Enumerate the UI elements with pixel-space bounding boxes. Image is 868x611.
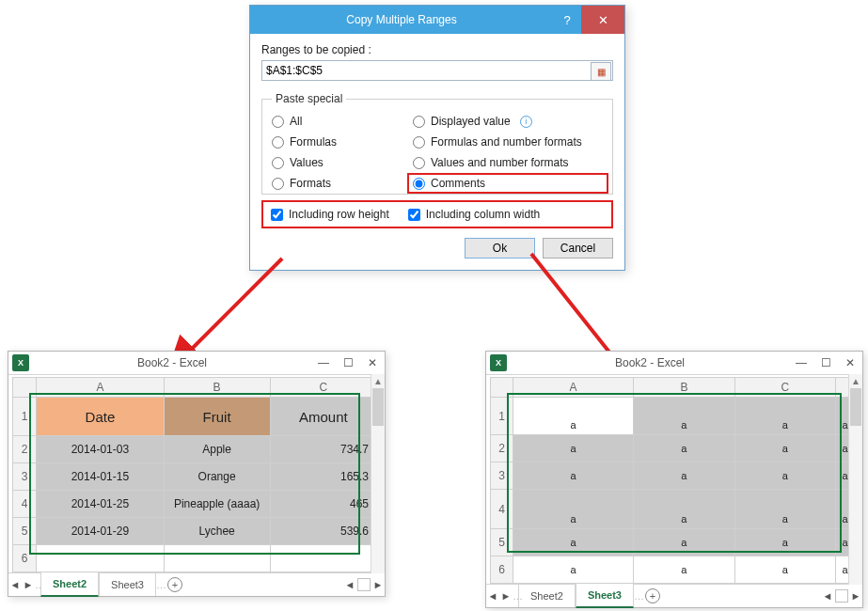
hscroll-left[interactable]: ◄ <box>821 585 834 607</box>
close-window-button[interactable]: ✕ <box>360 352 385 374</box>
range-picker-button[interactable]: ▦ <box>591 62 611 81</box>
row-header-6[interactable]: 6 <box>13 545 37 572</box>
radio-displayed-input[interactable] <box>413 116 425 128</box>
check-row-height-input[interactable] <box>271 209 283 221</box>
tab-nav-next[interactable]: ► <box>22 573 35 596</box>
hscroll-right[interactable]: ► <box>371 573 385 596</box>
new-sheet-button[interactable]: + <box>167 577 182 592</box>
col-header-B[interactable]: B <box>164 378 270 398</box>
cell-B1[interactable]: a <box>634 398 734 435</box>
row-header-4[interactable]: 4 <box>491 490 513 529</box>
cell-B2[interactable]: a <box>634 435 734 462</box>
row-header-2[interactable]: 2 <box>13 436 37 463</box>
cell-C2[interactable]: 734.7 <box>270 436 376 463</box>
cell-A3[interactable]: a <box>513 462 633 490</box>
cell-A6[interactable]: a <box>513 556 633 584</box>
check-column-width-input[interactable] <box>408 209 420 221</box>
tab-nav-prev[interactable]: ◄ <box>8 573 22 596</box>
sheet-tab-sheet3[interactable]: Sheet3 <box>99 573 156 596</box>
radio-comments[interactable]: Comments <box>413 177 485 190</box>
col-header-A[interactable]: A <box>37 378 164 398</box>
sheet-tab-sheet2[interactable]: Sheet2 <box>40 572 99 597</box>
cell-B3[interactable]: a <box>634 462 734 490</box>
cell-C3[interactable]: 165.3 <box>270 463 376 491</box>
ok-button[interactable]: Ok <box>465 238 535 258</box>
radio-comments-input[interactable] <box>413 178 425 190</box>
cell-B5[interactable]: Lychee <box>164 518 270 545</box>
sheet-tab-sheet3[interactable]: Sheet3 <box>576 584 634 608</box>
hscroll-left[interactable]: ◄ <box>343 573 356 596</box>
cell-grid[interactable]: A B C 1 a a a a 2 a a a a 3 a <box>490 377 855 584</box>
cell-B6[interactable] <box>164 545 270 572</box>
cell-A4[interactable]: a <box>513 490 633 529</box>
radio-formulas-and-formats[interactable]: Formulas and number formats <box>413 135 603 149</box>
row-header-3[interactable]: 3 <box>491 462 513 490</box>
hscroll-thumb[interactable] <box>357 578 371 591</box>
cell-A2[interactable]: a <box>513 435 633 462</box>
help-button[interactable]: ? <box>553 6 581 34</box>
row-header-5[interactable]: 5 <box>13 518 37 545</box>
hscroll-right[interactable]: ► <box>849 585 862 607</box>
cell-A1[interactable]: Date <box>37 398 164 436</box>
cell-B1[interactable]: Fruit <box>164 398 270 436</box>
select-all-corner[interactable] <box>491 378 513 398</box>
cell-C4[interactable]: a <box>734 490 835 529</box>
check-column-width[interactable]: Including column width <box>408 208 540 221</box>
radio-values-fmt-input[interactable] <box>413 157 425 169</box>
cell-C6[interactable] <box>270 545 376 572</box>
scroll-thumb[interactable] <box>372 388 384 426</box>
cell-A5[interactable]: 2014-01-29 <box>37 518 164 545</box>
tab-nav-prev[interactable]: ◄ <box>486 585 499 607</box>
minimize-button[interactable]: — <box>789 352 813 374</box>
cell-C5[interactable]: a <box>734 529 835 556</box>
col-header-C[interactable]: C <box>270 378 376 398</box>
radio-values[interactable]: Values <box>272 156 413 169</box>
ranges-input[interactable] <box>261 60 613 81</box>
radio-all[interactable]: All <box>272 115 413 128</box>
cell-B4[interactable]: Pineapple (aaaa) <box>164 491 270 518</box>
cell-grid[interactable]: A B C 1 Date Fruit Amount 2 2014-01-03 A… <box>12 377 377 572</box>
cell-B3[interactable]: Orange <box>164 463 270 491</box>
tab-nav-next[interactable]: ► <box>499 585 513 607</box>
close-window-button[interactable]: ✕ <box>838 352 862 374</box>
cell-B2[interactable]: Apple <box>164 436 270 463</box>
vertical-scrollbar[interactable]: ▲ <box>371 374 385 573</box>
radio-values-input[interactable] <box>272 157 284 169</box>
maximize-button[interactable]: ☐ <box>336 352 360 374</box>
info-icon[interactable]: i <box>520 116 532 128</box>
cell-A4[interactable]: 2014-01-25 <box>37 491 164 518</box>
vertical-scrollbar[interactable]: ▲ <box>848 374 862 585</box>
cell-C1[interactable]: a <box>734 398 835 435</box>
minimize-button[interactable]: — <box>311 352 336 374</box>
row-header-6[interactable]: 6 <box>491 556 513 584</box>
radio-formulas-fmt-input[interactable] <box>413 136 425 149</box>
cell-A2[interactable]: 2014-01-03 <box>37 436 164 463</box>
cell-A1[interactable]: a <box>513 398 633 435</box>
cell-C1[interactable]: Amount <box>270 398 376 436</box>
radio-formats-input[interactable] <box>272 178 284 190</box>
scroll-up-icon[interactable]: ▲ <box>849 374 862 387</box>
col-header-B[interactable]: B <box>634 378 734 398</box>
excel-titlebar[interactable]: X Book2 - Excel — ☐ ✕ <box>8 352 385 375</box>
cell-A6[interactable] <box>37 545 164 572</box>
cell-B6[interactable]: a <box>634 556 734 584</box>
hscroll-thumb[interactable] <box>835 589 848 603</box>
excel-titlebar[interactable]: X Book2 - Excel — ☐ ✕ <box>486 352 862 375</box>
cell-A5[interactable]: a <box>513 529 633 556</box>
select-all-corner[interactable] <box>13 378 37 398</box>
cell-A3[interactable]: 2014-01-15 <box>37 463 164 491</box>
maximize-button[interactable]: ☐ <box>813 352 838 374</box>
row-header-3[interactable]: 3 <box>13 463 37 491</box>
new-sheet-button[interactable]: + <box>645 588 660 603</box>
cell-C6[interactable]: a <box>734 556 835 584</box>
row-header-1[interactable]: 1 <box>491 398 513 435</box>
radio-formats[interactable]: Formats <box>272 177 413 190</box>
check-row-height[interactable]: Including row height <box>271 208 389 221</box>
col-header-A[interactable]: A <box>513 378 633 398</box>
radio-all-input[interactable] <box>272 116 284 128</box>
cell-C3[interactable]: a <box>734 462 835 490</box>
scroll-thumb[interactable] <box>850 388 861 426</box>
row-header-1[interactable]: 1 <box>13 398 37 436</box>
cell-B5[interactable]: a <box>634 529 734 556</box>
radio-formulas[interactable]: Formulas <box>272 135 413 149</box>
